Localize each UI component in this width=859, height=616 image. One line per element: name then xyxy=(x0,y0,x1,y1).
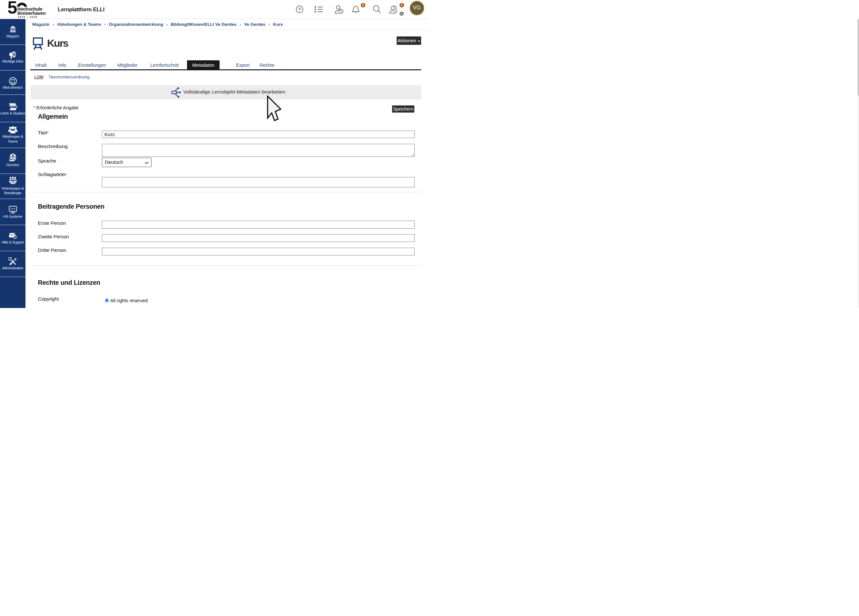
svg-text:?: ? xyxy=(298,7,301,12)
svg-text:?: ? xyxy=(14,236,16,238)
